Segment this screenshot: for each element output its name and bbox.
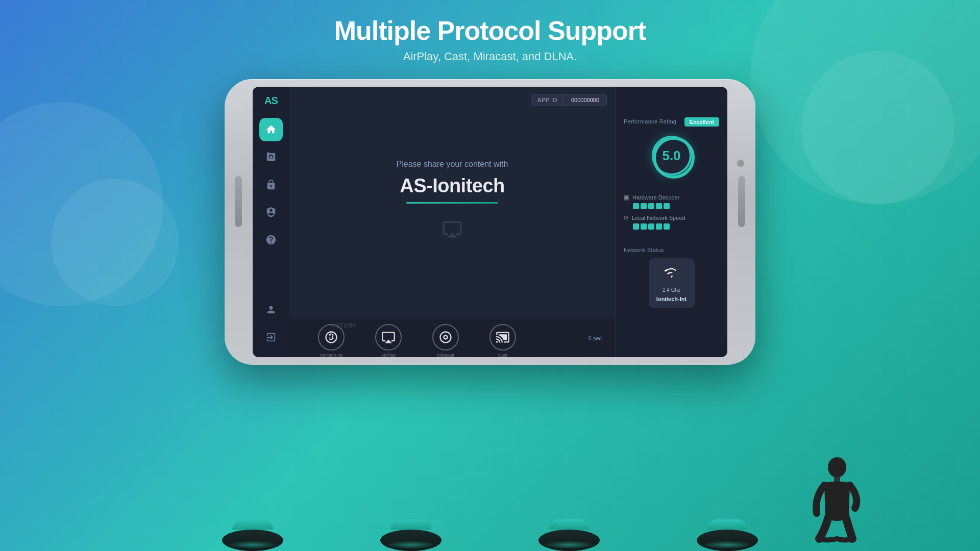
bg-decoration-2 bbox=[51, 179, 179, 306]
figure-svg bbox=[809, 452, 865, 549]
wifi-name: Ionitech-Int bbox=[656, 296, 687, 302]
decoder-icon: ▣ bbox=[624, 194, 629, 201]
rating-circle-container: 5.0 bbox=[624, 136, 719, 176]
net-star-5 bbox=[664, 223, 670, 230]
pedestal-2 bbox=[380, 519, 442, 551]
star-5 bbox=[664, 203, 670, 209]
net-star-1 bbox=[633, 223, 639, 230]
tablet-screen: AS bbox=[253, 87, 727, 357]
history-label: HISTORY bbox=[330, 323, 356, 329]
wifi-card: 2.4 Ghz Ionitech-Int bbox=[649, 258, 695, 308]
bottom-icon-3[interactable]: Miracast bbox=[432, 324, 459, 358]
bottom-bar: HISTORY Ionitech-Int bbox=[289, 319, 615, 357]
svg-point-2 bbox=[828, 457, 846, 478]
wifi-freq: 2.4 Ghz bbox=[663, 287, 680, 293]
device-name: AS-Ionitech bbox=[400, 175, 505, 197]
top-bar: APP ID 000000000 bbox=[531, 94, 607, 106]
sidebar-item-profile[interactable] bbox=[259, 298, 283, 321]
tablet-outer: AS bbox=[225, 79, 755, 365]
figure-area bbox=[809, 452, 865, 551]
pedestal-top-3 bbox=[549, 519, 590, 530]
sidebar-item-lock[interactable] bbox=[259, 173, 283, 196]
bottom-icon-circle-3 bbox=[432, 324, 459, 350]
app-logo: AS bbox=[264, 95, 278, 107]
device-frame: AS bbox=[225, 79, 755, 385]
bottom-icon-4[interactable]: Cast bbox=[489, 324, 516, 358]
hardware-section: ▣ Hardware Decoder ⟳ bbox=[624, 194, 719, 235]
pedestal-base-4 bbox=[697, 530, 758, 551]
page-title: Multiple Protocol Support bbox=[0, 15, 980, 46]
pedestal-4 bbox=[697, 519, 758, 551]
pedestal-3 bbox=[538, 519, 600, 551]
network-icon: ⟳ bbox=[624, 214, 629, 221]
pedestals-row bbox=[174, 519, 806, 551]
share-text: Please share your content with bbox=[397, 160, 508, 169]
bottom-icon-1[interactable]: Ionitech-Int bbox=[318, 324, 345, 358]
excellent-badge: Excellent bbox=[684, 117, 719, 127]
page-header: Multiple Protocol Support AirPlay, Cast,… bbox=[0, 15, 980, 63]
app-id-label: APP ID bbox=[531, 94, 564, 106]
net-star-4 bbox=[656, 223, 662, 230]
star-1 bbox=[633, 203, 639, 209]
hardware-decoder-item: ▣ Hardware Decoder bbox=[624, 194, 719, 209]
network-section: Network Status 2.4 Ghz Ionitech-Int bbox=[624, 245, 719, 308]
bg-decoration-4 bbox=[801, 51, 954, 204]
decoder-stars bbox=[624, 203, 719, 209]
pedestal-1 bbox=[222, 519, 283, 551]
pedestal-top-4 bbox=[707, 519, 748, 530]
sidebar-item-help[interactable] bbox=[259, 228, 283, 252]
bottom-icon-label-2: AirPlay bbox=[381, 353, 396, 358]
net-star-2 bbox=[641, 223, 647, 230]
net-star-3 bbox=[648, 223, 654, 230]
main-content: APP ID 000000000 Please share your conte… bbox=[289, 87, 615, 357]
sidebar: AS bbox=[253, 87, 289, 357]
sidebar-bottom bbox=[259, 298, 283, 357]
rating-circle: 5.0 bbox=[652, 136, 692, 176]
star-4 bbox=[656, 203, 662, 209]
network-label: Local Network Speed bbox=[632, 215, 685, 221]
right-panel: Performance Rating Excellent 5.0 bbox=[615, 87, 727, 357]
decoder-label: Hardware Decoder bbox=[632, 194, 679, 201]
pedestal-base-2 bbox=[380, 530, 442, 551]
performance-title: Performance Rating bbox=[624, 118, 676, 124]
bottom-icon-label-3: Miracast bbox=[437, 353, 454, 358]
bottom-icon-2[interactable]: AirPlay bbox=[375, 324, 402, 358]
bottom-icon-label-1: Ionitech-Int bbox=[320, 353, 343, 358]
wifi-icon bbox=[664, 264, 680, 284]
timer: 6 sec bbox=[589, 335, 602, 341]
sidebar-item-settings[interactable] bbox=[259, 201, 283, 224]
center-content: Please share your content with AS-Ionite… bbox=[289, 87, 615, 357]
pedestal-base-3 bbox=[538, 530, 600, 551]
bottom-icon-circle-2 bbox=[375, 324, 402, 350]
tablet-btn-left bbox=[235, 176, 242, 227]
page-subtitle: AirPlay, Cast, Miracast, and DLNA. bbox=[0, 50, 980, 63]
bottom-icon-label-4: Cast bbox=[498, 353, 508, 358]
star-2 bbox=[641, 203, 647, 209]
sidebar-item-camera[interactable] bbox=[259, 145, 283, 169]
sidebar-item-home[interactable] bbox=[259, 118, 283, 141]
device-name-underline bbox=[406, 202, 498, 204]
tablet-dot-right bbox=[737, 160, 744, 167]
pedestal-top-1 bbox=[232, 519, 273, 530]
tablet-btn-right bbox=[738, 176, 745, 227]
app-id-value: 000000000 bbox=[564, 94, 607, 106]
network-stars bbox=[624, 223, 719, 230]
network-speed-item: ⟳ Local Network Speed bbox=[624, 214, 719, 230]
airplay-icon bbox=[442, 219, 462, 243]
network-title: Network Status bbox=[624, 247, 664, 253]
sidebar-item-logout[interactable] bbox=[259, 325, 283, 349]
pedestal-top-2 bbox=[390, 519, 431, 530]
pedestal-base-1 bbox=[222, 530, 283, 551]
performance-section: Performance Rating Excellent 5.0 bbox=[624, 117, 719, 184]
bottom-icon-circle-4 bbox=[489, 324, 516, 350]
svg-point-1 bbox=[654, 138, 693, 177]
star-3 bbox=[648, 203, 654, 209]
